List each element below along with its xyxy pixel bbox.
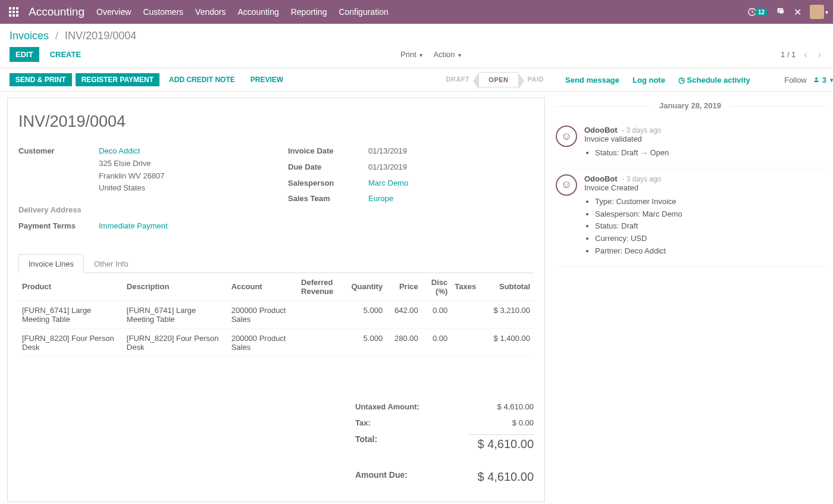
- chatter-message: ☺OdooBot - 3 days agoInvoice CreatedType…: [556, 168, 825, 267]
- th-description[interactable]: Description: [123, 273, 228, 301]
- chatter-message: ☺OdooBot - 3 days agoInvoice validatedSt…: [556, 120, 825, 168]
- chatter: January 28, 2019 ☺OdooBot - 3 days agoIn…: [547, 92, 833, 502]
- print-dropdown[interactable]: Print ▾: [400, 50, 422, 59]
- avatar: [810, 5, 824, 19]
- salesperson-value[interactable]: Marc Demo: [368, 179, 408, 187]
- invoice-date-value: 01/13/2019: [368, 145, 534, 158]
- th-quantity[interactable]: Quantity: [345, 273, 386, 301]
- message-item: Partner: Deco Addict: [595, 245, 825, 258]
- top-nav: Accounting Overview Customers Vendors Ac…: [0, 0, 833, 24]
- menu-overview[interactable]: Overview: [96, 7, 131, 17]
- message-item: Status: Draft: [595, 220, 825, 233]
- payment-terms-value[interactable]: Immediate Payment: [99, 221, 168, 230]
- cell-price: 642.00: [386, 300, 422, 328]
- control-panel: EDIT CREATE Print ▾ Action ▾ 1 / 1 ‹ ›: [0, 42, 833, 68]
- cell-account: 200000 Product Sales: [228, 300, 298, 328]
- cell-price: 280.00: [386, 328, 422, 356]
- tab-other-info[interactable]: Other Info: [84, 254, 139, 273]
- cell-product: [FURN_6741] Large Meeting Table: [18, 300, 123, 328]
- breadcrumb-sep: /: [55, 30, 58, 42]
- message-author[interactable]: OdooBot: [584, 174, 618, 183]
- message-body: Invoice validated: [584, 134, 825, 143]
- message-item: Currency: USD: [595, 233, 825, 245]
- customer-link[interactable]: Deco Addict: [99, 146, 140, 155]
- totals: Untaxed Amount: $ 4,610.00 Tax: $ 0.00 T…: [355, 399, 534, 487]
- message-author[interactable]: OdooBot: [584, 126, 618, 134]
- status-open[interactable]: OPEN: [479, 72, 518, 87]
- message-item: Type: Customer Invoice: [595, 196, 825, 208]
- table-row[interactable]: [FURN_8220] Four Person Desk[FURN_8220] …: [18, 328, 534, 356]
- menu-customers[interactable]: Customers: [143, 7, 183, 17]
- conversations-icon[interactable]: [776, 7, 785, 18]
- tax-label: Tax:: [355, 418, 371, 427]
- sales-team-label: Sales Team: [288, 193, 368, 205]
- preview-button[interactable]: PREVIEW: [245, 73, 289, 86]
- menu-accounting[interactable]: Accounting: [237, 7, 278, 17]
- send-message-button[interactable]: Send message: [565, 76, 619, 84]
- follow-button[interactable]: Follow: [784, 76, 807, 84]
- pager-prev[interactable]: ‹: [801, 49, 809, 60]
- untaxed-label: Untaxed Amount:: [355, 402, 419, 411]
- cell-disc: 0.00: [422, 300, 452, 328]
- cell-product: [FURN_8220] Four Person Desk: [18, 328, 123, 356]
- customer-addr3: United States: [99, 183, 145, 192]
- menu-vendors[interactable]: Vendors: [195, 7, 226, 17]
- bot-avatar-icon: ☺: [556, 126, 577, 147]
- user-menu[interactable]: ▾: [810, 5, 828, 19]
- menu-configuration[interactable]: Configuration: [339, 7, 388, 17]
- due-date-label: Due Date: [288, 161, 368, 174]
- th-price[interactable]: Price: [386, 273, 422, 301]
- customer-label: Customer: [18, 145, 99, 195]
- app-title[interactable]: Accounting: [29, 5, 84, 18]
- breadcrumb-parent[interactable]: Invoices: [10, 30, 49, 42]
- schedule-activity-button[interactable]: ◷ Schedule activity: [678, 76, 750, 84]
- activity-icon[interactable]: 12: [747, 7, 768, 17]
- action-dropdown[interactable]: Action ▾: [433, 50, 461, 59]
- tab-invoice-lines[interactable]: Invoice Lines: [18, 254, 84, 273]
- bot-avatar-icon: ☺: [556, 174, 577, 196]
- send-print-button[interactable]: SEND & PRINT: [10, 73, 72, 86]
- message-body: Invoice Created: [584, 183, 825, 192]
- tabs: Invoice Lines Other Info: [18, 254, 534, 273]
- cell-deferred: [298, 328, 345, 356]
- due-date-value: 01/13/2019: [368, 161, 534, 174]
- log-note-button[interactable]: Log note: [632, 76, 665, 84]
- invoice-lines-table: Product Description Account Deferred Rev…: [18, 273, 534, 357]
- invoice-number: INV/2019/0004: [18, 112, 534, 131]
- menu-reporting[interactable]: Reporting: [291, 7, 327, 17]
- breadcrumb: Invoices / INV/2019/0004: [10, 30, 136, 42]
- pager-text[interactable]: 1 / 1: [781, 50, 796, 59]
- cell-description: [FURN_8220] Four Person Desk: [123, 328, 228, 356]
- status-paid[interactable]: PAID: [518, 72, 553, 87]
- apps-icon[interactable]: [5, 3, 23, 21]
- cell-taxes: [451, 300, 481, 328]
- chatter-date: January 28, 2019: [556, 92, 825, 120]
- create-button[interactable]: CREATE: [50, 50, 81, 59]
- close-icon[interactable]: ✕: [794, 7, 801, 18]
- cell-taxes: [451, 328, 481, 356]
- th-subtotal[interactable]: Subtotal: [481, 273, 534, 301]
- pager-next[interactable]: ›: [816, 49, 823, 60]
- followers-count[interactable]: 3 ▾: [813, 76, 833, 84]
- table-row[interactable]: [FURN_6741] Large Meeting Table[FURN_674…: [18, 300, 534, 328]
- th-disc[interactable]: Disc (%): [422, 273, 452, 301]
- status-bar: SEND & PRINT REGISTER PAYMENT ADD CREDIT…: [0, 68, 833, 92]
- cell-subtotal: $ 3,210.00: [481, 300, 534, 328]
- customer-addr2: Franklin WV 26807: [99, 171, 165, 180]
- cell-quantity: 5.000: [345, 328, 386, 356]
- register-payment-button[interactable]: REGISTER PAYMENT: [76, 73, 159, 86]
- add-credit-note-button[interactable]: ADD CREDIT NOTE: [163, 73, 241, 86]
- delivery-address-value: [99, 204, 264, 217]
- th-account[interactable]: Account: [228, 273, 298, 301]
- sales-team-value[interactable]: Europe: [368, 194, 393, 203]
- message-time: - 3 days ago: [622, 126, 661, 134]
- th-product[interactable]: Product: [18, 273, 123, 301]
- edit-button[interactable]: EDIT: [10, 47, 39, 62]
- th-taxes[interactable]: Taxes: [451, 273, 481, 301]
- delivery-address-label: Delivery Address: [18, 204, 99, 217]
- th-deferred[interactable]: Deferred Revenue: [298, 273, 345, 301]
- svg-point-1: [815, 77, 818, 80]
- amount-due-label: Amount Due:: [355, 470, 408, 484]
- cell-deferred: [298, 300, 345, 328]
- breadcrumb-bar: Invoices / INV/2019/0004: [0, 24, 833, 42]
